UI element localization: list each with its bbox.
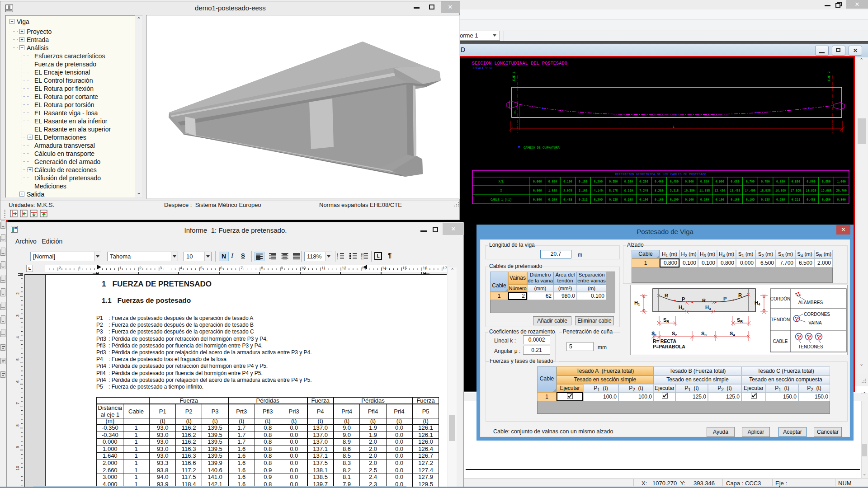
svg-text:h1: h1	[514, 110, 517, 113]
svg-text:0.109: 0.109	[746, 198, 755, 202]
svg-text:0.900: 0.900	[807, 180, 816, 183]
svg-text:R= RECTA: R= RECTA	[653, 338, 676, 344]
svg-text:0.311: 0.311	[792, 198, 801, 202]
svg-text:S3: S3	[701, 331, 707, 337]
svg-text:TENDONES: TENDONES	[798, 344, 823, 349]
svg-text:0.100: 0.100	[731, 198, 740, 202]
svg-text:0.209: 0.209	[776, 198, 785, 202]
svg-text:0.100: 0.100	[700, 198, 709, 202]
svg-text:10.350: 10.350	[684, 189, 695, 192]
svg-text:P: P	[682, 296, 685, 302]
svg-text:SR: SR	[737, 317, 743, 324]
svg-text:S4: S4	[730, 331, 735, 337]
svg-text:0.600: 0.600	[715, 180, 724, 183]
svg-text:17.595: 17.595	[791, 189, 802, 192]
svg-text:0.200: 0.200	[594, 180, 603, 183]
svg-text:ALAMBRES: ALAMBRES	[798, 300, 823, 305]
svg-text:CABLE 1 (h1): CABLE 1 (h1)	[491, 198, 512, 202]
svg-text:11.385: 11.385	[699, 189, 710, 192]
svg-text:0.750: 0.750	[761, 180, 770, 183]
svg-text:X: X	[500, 189, 502, 192]
svg-text:0.550: 0.550	[700, 180, 709, 183]
svg-text:P: P	[723, 296, 726, 301]
svg-text:R: R	[665, 293, 668, 298]
svg-text:0.100: 0.100	[685, 198, 694, 202]
svg-text:0.458: 0.458	[563, 198, 572, 202]
svg-text:0.311: 0.311	[579, 198, 588, 202]
svg-text:S2: S2	[672, 331, 677, 337]
svg-text:0.100: 0.100	[670, 198, 679, 202]
svg-text:0.458: 0.458	[807, 198, 816, 202]
svg-text:0.450: 0.450	[670, 180, 679, 183]
svg-text:0.650: 0.650	[822, 198, 831, 202]
svg-text:SR: SR	[663, 317, 669, 324]
svg-text:0.800: 0.800	[533, 198, 542, 202]
svg-text:0.209: 0.209	[594, 198, 603, 202]
svg-text:14.490: 14.490	[745, 189, 756, 192]
svg-text:0.650: 0.650	[548, 198, 557, 202]
svg-text:1.000: 1.000	[837, 180, 846, 183]
svg-text:5.175: 5.175	[609, 189, 618, 192]
svg-text:L: L	[673, 125, 675, 129]
svg-text:0.350: 0.350	[639, 180, 648, 183]
svg-text:VAINA: VAINA	[808, 320, 822, 325]
svg-text:0.100: 0.100	[715, 198, 724, 202]
svg-text:ESCALA 1:50: ESCALA 1:50	[473, 67, 492, 70]
svg-text:0.100: 0.100	[655, 198, 664, 202]
svg-text:1.035: 1.035	[548, 189, 557, 192]
svg-text:0.500: 0.500	[685, 180, 694, 183]
svg-text:15.525: 15.525	[760, 189, 771, 192]
svg-text:0.109: 0.109	[624, 198, 633, 202]
svg-text:CORDÓN: CORDÓN	[770, 296, 790, 301]
svg-text:H1: H1	[634, 300, 640, 306]
svg-text:S1: S1	[651, 331, 657, 337]
svg-text:CAMBIO DE CURVATURA: CAMBIO DE CURVATURA	[524, 146, 560, 150]
svg-text:SECCION LONGITUDINAL DEL PO: SECCION LONGITUDINAL DEL POSTESADO	[472, 61, 567, 66]
svg-text:0.800: 0.800	[837, 198, 846, 202]
svg-text:8.280: 8.280	[655, 189, 664, 192]
svg-text:0.950: 0.950	[822, 180, 831, 183]
svg-text:0.300: 0.300	[624, 180, 633, 183]
svg-text:20.700: 20.700	[836, 189, 847, 192]
svg-text:6.210: 6.210	[624, 189, 633, 192]
svg-text:13.455: 13.455	[730, 189, 741, 192]
svg-text:9.315: 9.315	[670, 189, 679, 192]
svg-text:0.050: 0.050	[548, 180, 557, 183]
svg-text:0.650: 0.650	[731, 180, 740, 183]
svg-text:7.245: 7.245	[639, 189, 648, 192]
svg-text:4.140: 4.140	[594, 189, 603, 192]
svg-text:0.000: 0.000	[533, 189, 542, 192]
svg-text:0.100: 0.100	[563, 180, 572, 183]
svg-text:0.150: 0.150	[579, 180, 588, 183]
svg-text:0.800: 0.800	[776, 180, 785, 183]
svg-text:3.105: 3.105	[579, 189, 588, 192]
svg-text:R: R	[702, 298, 706, 303]
svg-text:0.250: 0.250	[609, 180, 618, 183]
svg-text:18.630: 18.630	[806, 189, 816, 192]
svg-text:H4: H4	[755, 300, 760, 306]
svg-text:EJE 1: EJE 1	[512, 71, 516, 81]
svg-text:DEFINICION GEOMETRICA DE LOS C: DEFINICION GEOMETRICA DE LOS CABLES DE P…	[615, 173, 707, 176]
svg-text:0.700: 0.700	[746, 180, 755, 183]
svg-text:CORDONES: CORDONES	[804, 312, 830, 317]
svg-text:0.400: 0.400	[655, 180, 664, 183]
svg-text:R: R	[738, 292, 742, 298]
svg-text:0.139: 0.139	[609, 198, 618, 202]
svg-text:X/L: X/L	[499, 180, 504, 183]
svg-text:P=PARABOLA: P=PARABOLA	[653, 344, 685, 349]
svg-text:TENDÓN: TENDÓN	[771, 317, 790, 322]
svg-text:0.850: 0.850	[792, 180, 801, 183]
svg-text:2.070: 2.070	[563, 189, 572, 192]
svg-text:EJE 2: EJE 2	[827, 71, 831, 81]
svg-text:12.420: 12.420	[714, 189, 725, 192]
svg-text:19.665: 19.665	[821, 189, 832, 192]
svg-text:CABLE: CABLE	[773, 339, 788, 344]
svg-text:16.560: 16.560	[775, 189, 786, 192]
svg-text:0.000: 0.000	[533, 180, 542, 183]
svg-text:0.100: 0.100	[639, 198, 648, 202]
svg-text:0.139: 0.139	[761, 198, 770, 202]
